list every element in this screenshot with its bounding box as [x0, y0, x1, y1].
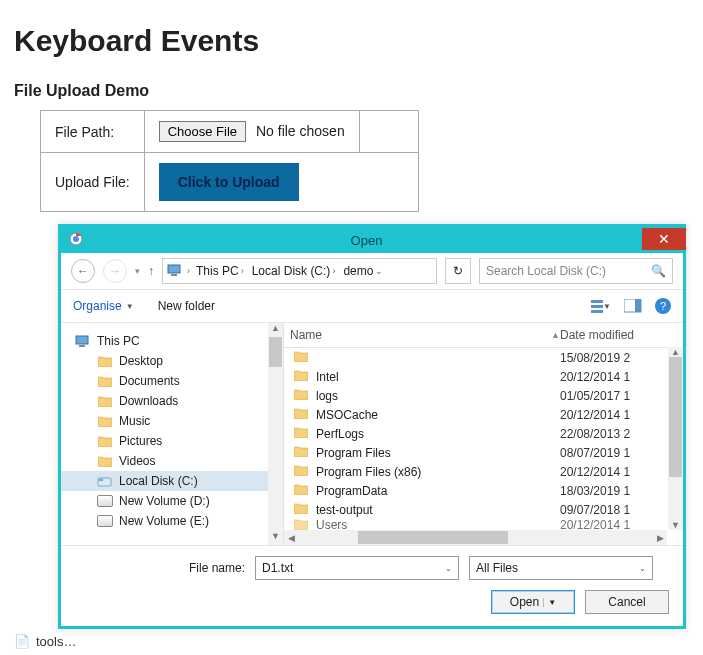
uploadfile-label: Upload File:	[41, 153, 145, 212]
tree-item-label: Videos	[119, 454, 155, 468]
filename-input[interactable]: D1.txt ⌄	[255, 556, 459, 580]
list-item[interactable]: MSOCache20/12/2014 1	[284, 405, 683, 424]
list-item[interactable]: PerfLogs22/08/2013 2	[284, 424, 683, 443]
list-item[interactable]: test-output09/07/2018 1	[284, 500, 683, 519]
back-icon: ←	[77, 264, 89, 278]
dialog-title: Open	[91, 233, 642, 248]
statusbar-file-name: tools…	[36, 634, 76, 649]
tree-scrollbar[interactable]: ▲▼	[268, 323, 283, 545]
folder-icon	[294, 502, 308, 517]
tree-item[interactable]: Documents	[61, 371, 283, 391]
forward-button[interactable]: →	[103, 259, 127, 283]
search-icon: 🔍	[651, 264, 666, 278]
svg-rect-3	[171, 274, 177, 276]
item-name: Program Files	[316, 446, 391, 460]
close-icon: ✕	[658, 231, 670, 247]
tree-this-pc[interactable]: This PC	[61, 331, 283, 351]
list-item[interactable]: Intel20/12/2014 1	[284, 367, 683, 386]
folder-icon	[294, 426, 308, 441]
item-date: 09/07/2018 1	[560, 503, 683, 517]
tree-item[interactable]: Local Disk (C:)	[61, 471, 283, 491]
help-button[interactable]: ?	[655, 298, 671, 314]
new-folder-button[interactable]: New folder	[158, 299, 215, 313]
folder-icon	[97, 454, 113, 468]
svg-rect-8	[635, 299, 641, 312]
dialog-footer: File name: D1.txt ⌄ All Files ⌄ Open▼ Ca…	[61, 545, 683, 626]
col-name[interactable]: Name▲	[290, 328, 560, 342]
tree-item-label: New Volume (E:)	[119, 514, 209, 528]
close-button[interactable]: ✕	[642, 228, 686, 250]
tree-item[interactable]: Downloads	[61, 391, 283, 411]
dialog-titlebar[interactable]: Open ✕	[61, 227, 683, 253]
crumb-1[interactable]: Local Disk (C:)	[252, 264, 331, 278]
tree-label: This PC	[97, 334, 140, 348]
up-button[interactable]: ↑	[148, 264, 154, 278]
organise-menu[interactable]: Organise ▼	[73, 299, 134, 313]
item-date: 18/03/2019 1	[560, 484, 683, 498]
folder-icon	[294, 350, 308, 365]
folder-icon	[294, 483, 308, 498]
svg-rect-10	[79, 345, 85, 347]
item-name: ProgramData	[316, 484, 387, 498]
preview-pane-button[interactable]	[623, 298, 643, 314]
upload-demo-table: File Path: Choose File No file chosen Up…	[40, 110, 419, 212]
open-dialog: Open ✕ ← → ▾ ↑ › This PC› Local Disk (C:…	[58, 224, 686, 629]
statusbar-file: 📄 tools…	[14, 634, 76, 649]
breadcrumb[interactable]: › This PC› Local Disk (C:)› demo⌄	[162, 258, 437, 284]
item-name: MSOCache	[316, 408, 378, 422]
crumb-0[interactable]: This PC	[196, 264, 239, 278]
refresh-icon: ↻	[453, 264, 463, 278]
search-input[interactable]: Search Local Disk (C:) 🔍	[479, 258, 673, 284]
tree-item[interactable]: Videos	[61, 451, 283, 471]
item-date: 20/12/2014 1	[560, 408, 683, 422]
list-item[interactable]: 15/08/2019 2	[284, 348, 683, 367]
tree-item-label: New Volume (D:)	[119, 494, 210, 508]
chrome-icon	[61, 232, 91, 249]
refresh-button[interactable]: ↻	[445, 258, 471, 284]
file-icon: 📄	[14, 634, 30, 649]
folder-icon	[97, 434, 113, 448]
filetype-select[interactable]: All Files ⌄	[469, 556, 653, 580]
filename-value: D1.txt	[262, 561, 293, 575]
folder-icon	[294, 388, 308, 403]
folder-icon	[97, 374, 113, 388]
list-vscrollbar[interactable]: ▲▼	[668, 347, 683, 530]
tree-item[interactable]: Music	[61, 411, 283, 431]
empty-cell	[359, 111, 418, 153]
search-placeholder: Search Local Disk (C:)	[486, 264, 606, 278]
file-list: Name▲ Date modified 15/08/2019 2Intel20/…	[284, 323, 683, 545]
recent-dropdown[interactable]: ▾	[135, 266, 140, 276]
filepath-label: File Path:	[41, 111, 145, 153]
cancel-button[interactable]: Cancel	[585, 590, 669, 614]
list-item[interactable]: ProgramData18/03/2019 1	[284, 481, 683, 500]
page-subheading: File Upload Demo	[14, 82, 703, 100]
view-options-button[interactable]: ▼	[591, 298, 611, 314]
col-date[interactable]: Date modified	[560, 328, 683, 342]
tree-item[interactable]: New Volume (D:)	[61, 491, 283, 511]
click-to-upload-button[interactable]: Click to Upload	[159, 163, 299, 201]
list-item[interactable]: Program Files08/07/2019 1	[284, 443, 683, 462]
tree-item[interactable]: Pictures	[61, 431, 283, 451]
list-hscrollbar[interactable]: ◀▶	[284, 530, 667, 545]
tree-item[interactable]: Desktop	[61, 351, 283, 371]
item-date: 08/07/2019 1	[560, 446, 683, 460]
pc-icon	[167, 263, 183, 280]
choose-file-button[interactable]: Choose File	[159, 121, 246, 142]
forward-icon: →	[109, 264, 121, 278]
tree-item-label: Documents	[119, 374, 180, 388]
svg-rect-6	[591, 310, 603, 313]
item-date: 20/12/2014 1	[560, 370, 683, 384]
crumb-2[interactable]: demo	[343, 264, 373, 278]
open-button[interactable]: Open▼	[491, 590, 575, 614]
back-button[interactable]: ←	[71, 259, 95, 283]
item-name: test-output	[316, 503, 373, 517]
tree-item-label: Local Disk (C:)	[119, 474, 198, 488]
tree-item[interactable]: New Volume (E:)	[61, 511, 283, 531]
item-name: Intel	[316, 370, 339, 384]
svg-rect-5	[591, 305, 603, 308]
command-toolbar: Organise ▼ New folder ▼ ?	[61, 290, 683, 323]
pc-icon	[75, 334, 91, 348]
list-item[interactable]: Program Files (x86)20/12/2014 1	[284, 462, 683, 481]
tree-item-label: Music	[119, 414, 150, 428]
list-item[interactable]: logs01/05/2017 1	[284, 386, 683, 405]
